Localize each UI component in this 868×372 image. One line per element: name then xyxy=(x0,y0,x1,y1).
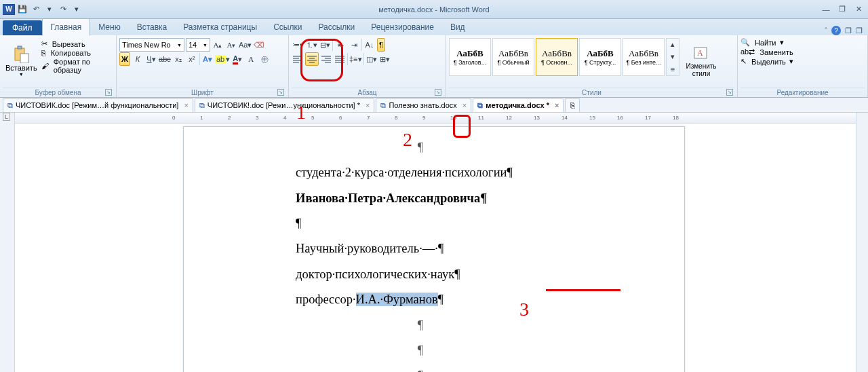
tab-home[interactable]: Главная xyxy=(42,18,91,36)
tab-insert[interactable]: Вставка xyxy=(129,19,176,35)
shading-button[interactable]: ◫▾ xyxy=(366,52,378,66)
font-family-select[interactable]: Times New Ro▼ xyxy=(119,38,184,52)
styles-scroll-up[interactable]: ▴ xyxy=(667,39,679,50)
doctab-0[interactable]: ⧉ЧИСТОВИК.doc [Режим…й функциональности]… xyxy=(3,98,193,112)
qat-save[interactable]: 💾 xyxy=(16,3,28,16)
doctab-new[interactable]: ⎘ xyxy=(565,98,580,112)
svg-rect-2 xyxy=(20,54,28,63)
strike-button[interactable]: abc xyxy=(159,52,171,66)
styles-scroll-down[interactable]: ▾ xyxy=(667,51,679,62)
qat-customize[interactable]: ▾ xyxy=(71,3,83,16)
style-heading[interactable]: АаБбВ¶ Заголов... xyxy=(449,38,491,76)
multilevel-button[interactable]: ⊟▾ xyxy=(319,38,331,52)
find-button[interactable]: 🔍 Найти ▾ xyxy=(741,38,784,47)
tab-menu[interactable]: Меню xyxy=(90,19,128,35)
style-struct[interactable]: АаБбВ¶ Структу... xyxy=(579,38,621,76)
change-case[interactable]: Aa▾ xyxy=(239,38,252,52)
style-main[interactable]: АаБбВв¶ Основн... xyxy=(536,38,578,76)
pilcrow-empty: ¶ xyxy=(184,135,657,160)
shrink-font[interactable]: A▾ xyxy=(225,38,237,52)
change-styles-icon: A xyxy=(692,43,711,62)
tab-view[interactable]: Вид xyxy=(442,19,473,35)
character-shading[interactable]: A xyxy=(245,52,257,66)
increase-indent[interactable]: ⇥ xyxy=(348,38,360,52)
doctab-0-close[interactable]: × xyxy=(184,101,188,109)
bullets-button[interactable]: ≔▾ xyxy=(292,38,304,52)
paste-button[interactable]: Вставить ▼ xyxy=(3,38,40,83)
tab-file[interactable]: Файл xyxy=(3,20,42,35)
paste-dd[interactable]: ▼ xyxy=(19,72,24,77)
numbering-button[interactable]: ⒈▾ xyxy=(305,38,317,52)
font-color-button[interactable]: A▾ xyxy=(231,52,243,66)
vertical-scrollbar[interactable] xyxy=(856,113,868,372)
qat-undo[interactable]: ↶ xyxy=(30,3,42,16)
doc-line-2: ¶ xyxy=(296,211,657,236)
doctab-2-label: Полезно знать.docx xyxy=(389,101,456,109)
doc-icon: ⧉ xyxy=(477,101,483,110)
styles-expand[interactable]: ≡ xyxy=(667,64,679,75)
doctab-1[interactable]: ⧉ЧИСТОВИК!.doc [Режи…ункциональности] *× xyxy=(195,98,375,112)
show-marks[interactable]: ¶ xyxy=(377,38,385,52)
replace-button[interactable]: ab⇄ Заменить xyxy=(741,48,793,56)
replace-label: Заменить xyxy=(760,48,793,56)
clipboard-group-label: Буфер обмена↘ xyxy=(3,88,113,97)
sort-button[interactable]: A↓ xyxy=(363,38,376,52)
clear-format[interactable]: ⌫ xyxy=(253,38,265,52)
paragraph-dialog[interactable]: ↘ xyxy=(435,89,441,96)
horizontal-ruler[interactable]: 0123456789101112131415161718 xyxy=(15,113,856,124)
enclose-characters[interactable]: ㊥ xyxy=(258,52,271,66)
copy-button[interactable]: ⎘ Копировать xyxy=(41,49,113,57)
styles-dialog[interactable]: ↘ xyxy=(726,89,733,96)
qat-redo[interactable]: ↷ xyxy=(57,3,69,16)
tab-references[interactable]: Ссылки xyxy=(265,19,310,35)
align-center[interactable] xyxy=(305,52,319,66)
win-minimize[interactable]: — xyxy=(819,4,833,15)
paste-icon xyxy=(12,45,31,64)
borders-button[interactable]: ⊞▾ xyxy=(379,52,391,66)
doctab-3-close[interactable]: × xyxy=(555,101,559,109)
line-spacing[interactable]: ‡≡▾ xyxy=(349,52,362,66)
style-normal[interactable]: АаБбВв¶ Обычный xyxy=(492,38,534,76)
document-area[interactable]: 0123456789101112131415161718 ¶ студента·… xyxy=(15,113,856,372)
bold-button[interactable]: Ж xyxy=(119,52,130,66)
help-window2[interactable]: ❐ xyxy=(856,26,863,35)
decrease-indent[interactable]: ⇤ xyxy=(334,38,347,52)
style-nospacing[interactable]: АаБбВв¶ Без инте... xyxy=(623,38,665,76)
win-restore[interactable]: ❐ xyxy=(835,4,849,15)
doctab-1-close[interactable]: × xyxy=(366,101,370,109)
align-left[interactable] xyxy=(292,52,304,66)
qat-undo-dd[interactable]: ▾ xyxy=(43,3,56,16)
highlight-button[interactable]: ab▾ xyxy=(215,52,230,66)
grow-font[interactable]: A▴ xyxy=(212,38,224,52)
tab-pagelayout[interactable]: Разметка страницы xyxy=(175,19,265,35)
doc-line-3: Научный·руководитель·—·¶ xyxy=(296,236,657,261)
doctab-3[interactable]: ⧉методичка.docx *× xyxy=(473,98,564,112)
align-right[interactable] xyxy=(320,52,332,66)
word-icon: W xyxy=(3,4,15,15)
help-icon[interactable]: ? xyxy=(831,26,841,35)
clipboard-dialog[interactable]: ↘ xyxy=(105,89,112,96)
replace-icon: ab⇄ xyxy=(741,48,755,56)
format-painter-button[interactable]: 🖌 Формат по образцу xyxy=(41,58,113,74)
tab-review[interactable]: Рецензирование xyxy=(363,19,442,35)
tab-mailings[interactable]: Рассылки xyxy=(310,19,363,35)
help-window1[interactable]: ❐ xyxy=(845,26,852,35)
italic-button[interactable]: К xyxy=(132,52,144,66)
new-doc-icon: ⎘ xyxy=(570,101,575,109)
align-justify[interactable] xyxy=(334,52,346,66)
ribbon-minimize[interactable]: ˆ xyxy=(825,26,827,35)
subscript-button[interactable]: x₂ xyxy=(172,52,184,66)
font-size-select[interactable]: 14▼ xyxy=(186,38,210,52)
page[interactable]: ¶ студента·2·курса·отделения·психологии¶… xyxy=(183,126,685,372)
cut-button[interactable]: ✂ Вырезать xyxy=(41,39,113,48)
superscript-button[interactable]: x² xyxy=(186,52,198,66)
win-close[interactable]: ✕ xyxy=(852,4,865,15)
select-button[interactable]: ↖ Выделить ▾ xyxy=(741,57,793,66)
font-dialog[interactable]: ↘ xyxy=(277,89,284,96)
change-styles-button[interactable]: A Изменить стили xyxy=(681,38,722,83)
text-effects[interactable]: A▾ xyxy=(201,52,214,66)
find-icon: 🔍 xyxy=(741,38,750,47)
doctab-2-close[interactable]: × xyxy=(462,101,467,109)
doctab-2[interactable]: ⧉Полезно знать.docx× xyxy=(376,98,471,112)
underline-button[interactable]: Ч▾ xyxy=(145,52,157,66)
